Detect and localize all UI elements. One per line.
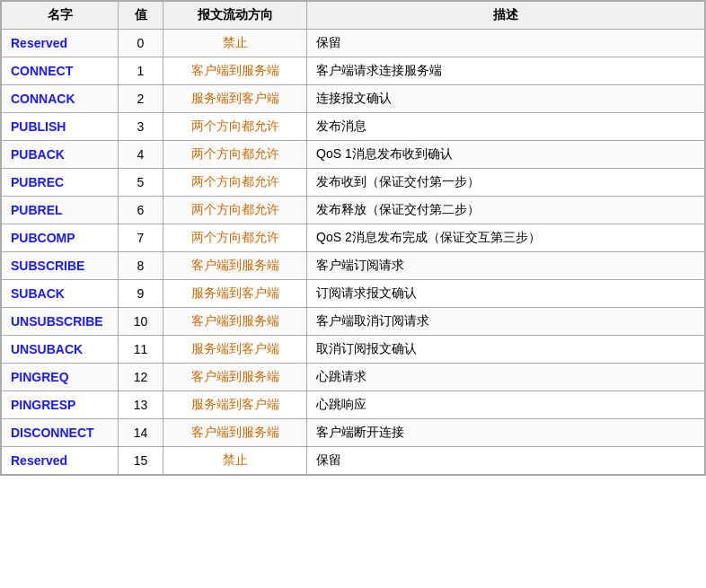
cell-value: 9 — [119, 280, 163, 308]
cell-desc: 保留 — [307, 447, 705, 475]
cell-direction: 禁止 — [163, 447, 307, 475]
table-row: Reserved15禁止保留 — [2, 447, 705, 475]
header-desc: 描述 — [307, 2, 705, 30]
table-row: Reserved0禁止保留 — [2, 30, 705, 57]
cell-value: 6 — [119, 197, 163, 224]
cell-value: 1 — [119, 57, 163, 85]
table-row: UNSUBSCRIBE10客户端到服务端客户端取消订阅请求 — [2, 308, 705, 336]
table-row: PUBCOMP7两个方向都允许QoS 2消息发布完成（保证交互第三步） — [2, 224, 705, 252]
cell-name: PUBREL — [2, 197, 119, 224]
cell-name: SUBACK — [2, 280, 119, 308]
cell-direction: 两个方向都允许 — [163, 224, 307, 252]
cell-name: CONNECT — [2, 57, 119, 85]
cell-desc: QoS 1消息发布收到确认 — [307, 141, 705, 169]
mqtt-table: 名字 值 报文流动方向 描述 Reserved0禁止保留CONNECT1客户端到… — [1, 1, 705, 475]
main-table-container: 名字 值 报文流动方向 描述 Reserved0禁止保留CONNECT1客户端到… — [0, 0, 706, 476]
cell-direction: 客户端到服务端 — [163, 364, 307, 391]
header-value: 值 — [119, 2, 163, 30]
cell-desc: 客户端取消订阅请求 — [307, 308, 705, 336]
cell-name: SUBSCRIBE — [2, 252, 119, 280]
cell-value: 12 — [119, 364, 163, 391]
cell-direction: 两个方向都允许 — [163, 113, 307, 141]
cell-direction: 两个方向都允许 — [163, 141, 307, 169]
cell-direction: 两个方向都允许 — [163, 197, 307, 224]
table-header-row: 名字 值 报文流动方向 描述 — [2, 2, 705, 30]
cell-name: PUBREC — [2, 169, 119, 197]
table-row: CONNECT1客户端到服务端客户端请求连接服务端 — [2, 57, 705, 85]
cell-desc: 客户端订阅请求 — [307, 252, 705, 280]
cell-direction: 客户端到服务端 — [163, 57, 307, 85]
cell-name: Reserved — [2, 447, 119, 475]
cell-value: 15 — [119, 447, 163, 475]
cell-direction: 客户端到服务端 — [163, 308, 307, 336]
cell-value: 13 — [119, 391, 163, 419]
cell-desc: 发布收到（保证交付第一步） — [307, 169, 705, 197]
cell-name: UNSUBACK — [2, 336, 119, 364]
cell-value: 5 — [119, 169, 163, 197]
cell-desc: 心跳请求 — [307, 364, 705, 391]
cell-value: 4 — [119, 141, 163, 169]
cell-direction: 服务端到客户端 — [163, 336, 307, 364]
cell-direction: 两个方向都允许 — [163, 169, 307, 197]
cell-desc: 心跳响应 — [307, 391, 705, 419]
cell-value: 3 — [119, 113, 163, 141]
cell-value: 10 — [119, 308, 163, 336]
cell-value: 0 — [119, 30, 163, 57]
table-row: SUBACK9服务端到客户端订阅请求报文确认 — [2, 280, 705, 308]
table-row: PUBACK4两个方向都允许QoS 1消息发布收到确认 — [2, 141, 705, 169]
header-direction: 报文流动方向 — [163, 2, 307, 30]
cell-name: PUBLISH — [2, 113, 119, 141]
cell-name: Reserved — [2, 30, 119, 57]
cell-value: 7 — [119, 224, 163, 252]
table-row: PINGRESP13服务端到客户端心跳响应 — [2, 391, 705, 419]
cell-desc: 保留 — [307, 30, 705, 57]
table-row: CONNACK2服务端到客户端连接报文确认 — [2, 85, 705, 113]
cell-name: PINGRESP — [2, 391, 119, 419]
cell-direction: 客户端到服务端 — [163, 419, 307, 447]
cell-name: PUBACK — [2, 141, 119, 169]
cell-desc: 客户端断开连接 — [307, 419, 705, 447]
cell-desc: 取消订阅报文确认 — [307, 336, 705, 364]
cell-direction: 服务端到客户端 — [163, 280, 307, 308]
cell-name: PUBCOMP — [2, 224, 119, 252]
cell-name: PINGREQ — [2, 364, 119, 391]
cell-value: 11 — [119, 336, 163, 364]
table-row: PUBLISH3两个方向都允许发布消息 — [2, 113, 705, 141]
cell-desc: 订阅请求报文确认 — [307, 280, 705, 308]
cell-name: UNSUBSCRIBE — [2, 308, 119, 336]
cell-value: 8 — [119, 252, 163, 280]
cell-desc: 客户端请求连接服务端 — [307, 57, 705, 85]
table-row: DISCONNECT14客户端到服务端客户端断开连接 — [2, 419, 705, 447]
cell-value: 14 — [119, 419, 163, 447]
cell-desc: 连接报文确认 — [307, 85, 705, 113]
cell-name: CONNACK — [2, 85, 119, 113]
header-name: 名字 — [2, 2, 119, 30]
table-row: PUBREL6两个方向都允许发布释放（保证交付第二步） — [2, 197, 705, 224]
cell-name: DISCONNECT — [2, 419, 119, 447]
cell-direction: 服务端到客户端 — [163, 85, 307, 113]
cell-desc: 发布消息 — [307, 113, 705, 141]
cell-desc: 发布释放（保证交付第二步） — [307, 197, 705, 224]
cell-direction: 禁止 — [163, 30, 307, 57]
cell-direction: 服务端到客户端 — [163, 391, 307, 419]
cell-desc: QoS 2消息发布完成（保证交互第三步） — [307, 224, 705, 252]
table-row: PINGREQ12客户端到服务端心跳请求 — [2, 364, 705, 391]
cell-direction: 客户端到服务端 — [163, 252, 307, 280]
cell-value: 2 — [119, 85, 163, 113]
table-row: SUBSCRIBE8客户端到服务端客户端订阅请求 — [2, 252, 705, 280]
table-row: UNSUBACK11服务端到客户端取消订阅报文确认 — [2, 336, 705, 364]
table-row: PUBREC5两个方向都允许发布收到（保证交付第一步） — [2, 169, 705, 197]
